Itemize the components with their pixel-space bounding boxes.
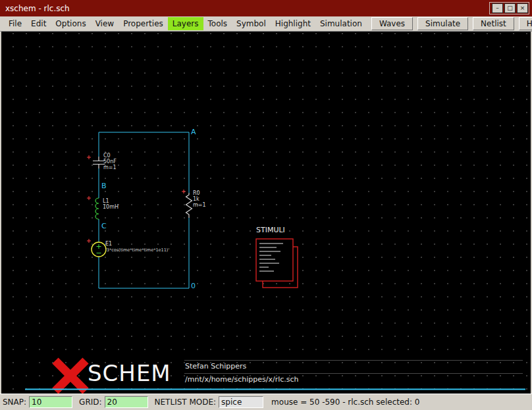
xschem-window: xschem - rlc.sch – □ × File Edit Options…: [0, 0, 532, 410]
snap-label: SNAP:: [3, 397, 26, 407]
r0-ref-label[interactable]: R0: [193, 191, 200, 196]
minimize-icon: –: [496, 5, 499, 11]
menu-view[interactable]: View: [91, 17, 119, 30]
schematic-path-text[interactable]: /mnt/x/home/schippes/x/rlc.sch: [185, 375, 299, 384]
help-button[interactable]: Help: [519, 17, 532, 30]
menubar: File Edit Options View Properties Layers…: [0, 16, 532, 32]
r0-value-label[interactable]: 1k: [193, 197, 200, 202]
titlebar[interactable]: xschem - rlc.sch – □ ×: [0, 0, 532, 16]
window-controls: – □ ×: [489, 2, 529, 14]
close-icon: ×: [520, 5, 525, 11]
menu-options[interactable]: Options: [51, 17, 90, 30]
c0-mult-label[interactable]: m=1: [103, 165, 117, 170]
maximize-icon: □: [507, 5, 513, 11]
net-label-a[interactable]: A: [191, 128, 196, 136]
menu-file[interactable]: File: [4, 17, 26, 30]
stimuli-icon[interactable]: [256, 239, 298, 288]
snap-input[interactable]: [29, 396, 72, 408]
close-button[interactable]: ×: [517, 3, 528, 13]
statusbar: SNAP: GRID: NETLIST MODE: mouse = 50 -59…: [0, 394, 532, 410]
resistor-symbol[interactable]: [186, 193, 192, 218]
l1-value-label[interactable]: 10mH: [103, 205, 119, 210]
c0-ref-label[interactable]: C0: [103, 153, 111, 159]
c0-value-label[interactable]: 50nF: [103, 159, 117, 165]
mouse-status-text: mouse = 50 -590 - rlc.sch selected: 0: [271, 397, 419, 407]
waves-button[interactable]: Waves: [371, 17, 413, 30]
e1-ref-label[interactable]: E1: [105, 242, 112, 247]
net-label-c[interactable]: C: [101, 222, 107, 230]
grid-input[interactable]: [105, 396, 148, 408]
menu-edit[interactable]: Edit: [26, 17, 51, 30]
xschem-logo-x-icon[interactable]: [55, 361, 86, 391]
author-text[interactable]: Stefan Schippers: [185, 362, 246, 371]
netlist-mode-input[interactable]: [219, 396, 263, 408]
minimize-button[interactable]: –: [492, 3, 503, 13]
voltage-source-symbol[interactable]: [92, 242, 106, 257]
menu-tools[interactable]: Tools: [203, 17, 232, 30]
e1-value-label[interactable]: '3*cos(time*time*time*1e11)': [105, 248, 169, 253]
grid-label: GRID:: [79, 397, 101, 407]
net-label-gnd[interactable]: 0: [191, 282, 196, 290]
schematic-canvas[interactable]: A B C 0 C0 50nF m=1 L1 10mH E1 '3*cos(ti…: [1, 32, 531, 394]
l1-ref-label[interactable]: L1: [103, 199, 109, 204]
source-polarity-icon: [97, 244, 101, 253]
xschem-logo-text[interactable]: SCHEM: [88, 362, 171, 384]
netlist-mode-label: NETLIST MODE:: [155, 397, 217, 407]
r0-mult-label[interactable]: m=1: [193, 203, 206, 208]
menu-layers[interactable]: Layers: [168, 17, 203, 30]
window-title: xschem - rlc.sch: [3, 4, 70, 13]
simulate-button[interactable]: Simulate: [417, 17, 468, 30]
inductor-symbol[interactable]: [95, 198, 99, 219]
net-label-b[interactable]: B: [101, 182, 107, 190]
wires[interactable]: [99, 132, 189, 288]
menu-symbol[interactable]: Symbol: [232, 17, 271, 30]
stimuli-label[interactable]: STIMULI: [256, 226, 285, 234]
menu-highlight[interactable]: Highlight: [271, 17, 315, 30]
menu-properties[interactable]: Properties: [119, 17, 168, 30]
netlist-button[interactable]: Netlist: [473, 17, 514, 30]
menu-simulation[interactable]: Simulation: [315, 17, 367, 30]
maximize-button[interactable]: □: [504, 3, 516, 13]
